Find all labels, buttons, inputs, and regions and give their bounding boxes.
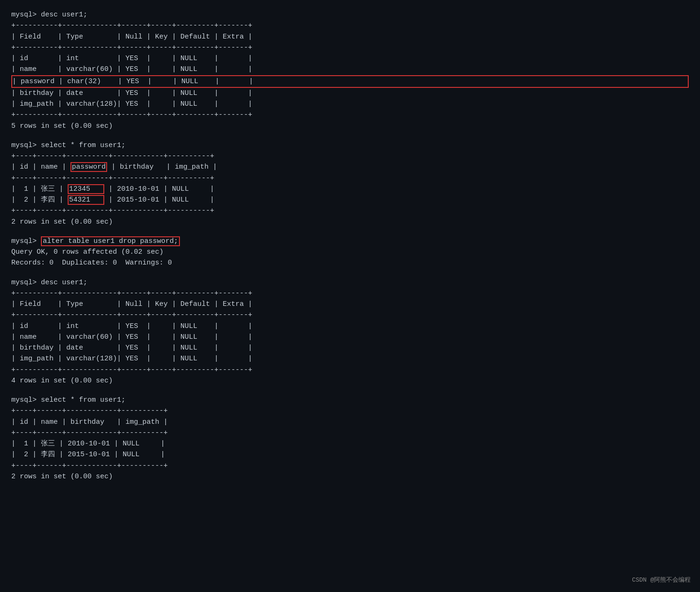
result-desc2: 4 rows in set (0.00 sec) — [11, 375, 689, 386]
prompt-desc2: mysql> desc user1; — [11, 277, 689, 288]
block-select-user1-second: mysql> select * from user1; +----+------… — [11, 395, 689, 482]
prompt-select2: mysql> select * from user1; — [11, 395, 689, 405]
table-desc1: +----------+-------------+------+-----+-… — [11, 20, 689, 75]
watermark: CSDN @阿熊不会编程 — [632, 576, 691, 585]
table-select2: +----+------+------------+----------+ | … — [11, 405, 689, 471]
block-select-user1-first: mysql> select * from user1; +----+------… — [11, 140, 689, 227]
table-select1-header: | id | name | password | birthday | img_… — [11, 162, 689, 172]
block-desc-user1-first: mysql> desc user1; +----------+---------… — [11, 9, 689, 132]
prompt-desc1: mysql> desc user1; — [11, 9, 689, 20]
block-alter: mysql> alter table user1 drop password; … — [11, 236, 689, 269]
highlight-password-row: | password | char(32) | YES | | NULL | | — [12, 76, 688, 87]
table-select1-bot: +----+------+----------+------------+---… — [11, 205, 689, 216]
table-select1-row1: | 1 | 张三 | 12345 | 2010-10-01 | NULL | — [11, 184, 689, 195]
result-select1: 2 rows in set (0.00 sec) — [11, 217, 689, 227]
table-desc2: +----------+-------------+------+-----+-… — [11, 288, 689, 375]
prompt-alter: mysql> alter table user1 drop password; — [11, 236, 689, 247]
terminal: mysql> desc user1; +----------+---------… — [11, 9, 689, 482]
prompt-select1: mysql> select * from user1; — [11, 140, 689, 151]
result-select2: 2 rows in set (0.00 sec) — [11, 471, 689, 482]
prompt-text: mysql> desc user1; — [11, 11, 87, 19]
result-desc1: 5 rows in set (0.00 sec) — [11, 121, 689, 132]
table-select1-row2: | 2 | 李四 | 54321 | 2015-10-01 | NULL | — [11, 195, 689, 205]
highlight-alter-cmd: alter table user1 drop password; — [41, 236, 180, 246]
table-select1-sep: +----+------+----------+------------+---… — [11, 173, 689, 184]
table-select1-top: +----+------+----------+------------+---… — [11, 151, 689, 162]
block-desc-user1-second: mysql> desc user1; +----------+---------… — [11, 277, 689, 387]
table-desc1-rest: | birthday | date | YES | | NULL | | | i… — [11, 88, 689, 121]
alter-result: Query OK, 0 rows affected (0.02 sec) Rec… — [11, 247, 689, 269]
